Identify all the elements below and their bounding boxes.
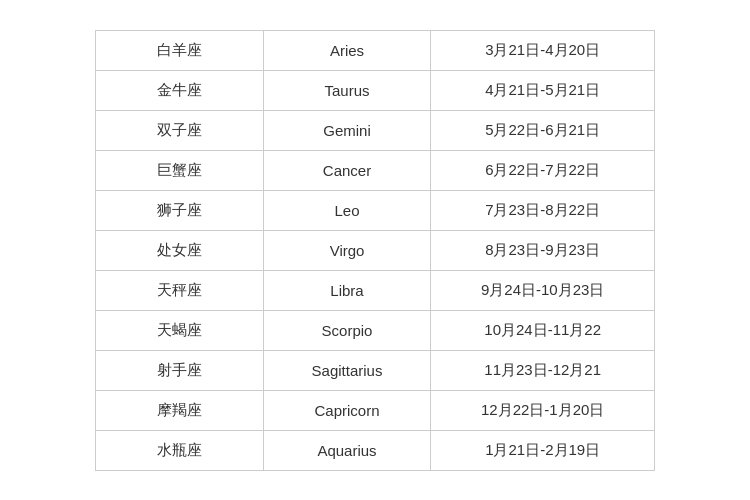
chinese-name: 巨蟹座 (96, 150, 264, 190)
table-row: 天秤座Libra9月24日-10月23日 (96, 270, 655, 310)
english-name: Scorpio (263, 310, 431, 350)
english-name: Virgo (263, 230, 431, 270)
date-range: 9月24日-10月23日 (431, 270, 655, 310)
table-row: 处女座Virgo8月23日-9月23日 (96, 230, 655, 270)
chinese-name: 摩羯座 (96, 390, 264, 430)
chinese-name: 天蝎座 (96, 310, 264, 350)
table-row: 水瓶座Aquarius1月21日-2月19日 (96, 430, 655, 470)
chinese-name: 双子座 (96, 110, 264, 150)
chinese-name: 处女座 (96, 230, 264, 270)
date-range: 7月23日-8月22日 (431, 190, 655, 230)
date-range: 1月21日-2月19日 (431, 430, 655, 470)
table-row: 天蝎座Scorpio10月24日-11月22 (96, 310, 655, 350)
date-range: 8月23日-9月23日 (431, 230, 655, 270)
chinese-name: 天秤座 (96, 270, 264, 310)
date-range: 11月23日-12月21 (431, 350, 655, 390)
table-row: 射手座Sagittarius11月23日-12月21 (96, 350, 655, 390)
table-row: 双子座Gemini5月22日-6月21日 (96, 110, 655, 150)
english-name: Aquarius (263, 430, 431, 470)
table-row: 狮子座Leo7月23日-8月22日 (96, 190, 655, 230)
date-range: 5月22日-6月21日 (431, 110, 655, 150)
english-name: Sagittarius (263, 350, 431, 390)
chinese-name: 白羊座 (96, 30, 264, 70)
date-range: 6月22日-7月22日 (431, 150, 655, 190)
table-row: 白羊座Aries3月21日-4月20日 (96, 30, 655, 70)
english-name: Taurus (263, 70, 431, 110)
english-name: Gemini (263, 110, 431, 150)
table-row: 金牛座Taurus4月21日-5月21日 (96, 70, 655, 110)
english-name: Aries (263, 30, 431, 70)
date-range: 12月22日-1月20日 (431, 390, 655, 430)
chinese-name: 狮子座 (96, 190, 264, 230)
english-name: Libra (263, 270, 431, 310)
chinese-name: 水瓶座 (96, 430, 264, 470)
english-name: Capricorn (263, 390, 431, 430)
date-range: 3月21日-4月20日 (431, 30, 655, 70)
chinese-name: 金牛座 (96, 70, 264, 110)
chinese-name: 射手座 (96, 350, 264, 390)
english-name: Leo (263, 190, 431, 230)
zodiac-table-container: 白羊座Aries3月21日-4月20日金牛座Taurus4月21日-5月21日双… (95, 30, 655, 471)
date-range: 4月21日-5月21日 (431, 70, 655, 110)
date-range: 10月24日-11月22 (431, 310, 655, 350)
table-row: 摩羯座Capricorn12月22日-1月20日 (96, 390, 655, 430)
english-name: Cancer (263, 150, 431, 190)
table-row: 巨蟹座Cancer6月22日-7月22日 (96, 150, 655, 190)
zodiac-table: 白羊座Aries3月21日-4月20日金牛座Taurus4月21日-5月21日双… (95, 30, 655, 471)
